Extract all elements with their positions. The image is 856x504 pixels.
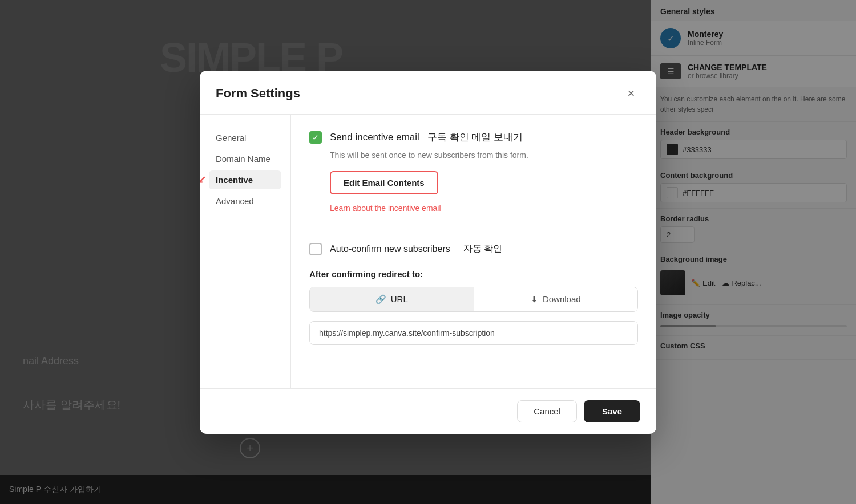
autoconfirm-korean: 자동 확인 [458,243,502,255]
link-icon: 🔗 [375,294,386,304]
send-incentive-label: Send incentive email [330,132,419,143]
form-settings-modal: Form Settings × General Domain Name ↙ In… [200,71,656,434]
divider [309,229,638,229]
incentive-desc: This will be sent once to new subscriber… [330,151,638,160]
nav-item-general[interactable]: General [209,128,281,147]
modal-overlay[interactable]: Form Settings × General Domain Name ↙ In… [0,0,856,504]
modal-content: ✓ Send incentive email 구독 확인 메일 보내기 This… [291,115,656,388]
send-incentive-label-group: Send incentive email 구독 확인 메일 보내기 [330,131,523,144]
modal-body: General Domain Name ↙ Incentive Advanced… [200,115,656,388]
modal-close-button[interactable]: × [622,84,640,103]
nav-item-incentive[interactable]: ↙ Incentive [209,170,281,189]
modal-title: Form Settings [216,86,300,101]
nav-arrow: ↙ [200,173,206,186]
send-incentive-korean: 구독 확인 메일 보내기 [422,132,523,143]
modal-nav: General Domain Name ↙ Incentive Advanced [200,115,291,388]
send-incentive-checkbox[interactable]: ✓ [309,131,322,144]
save-button[interactable]: Save [584,400,640,422]
autoconfirm-row: Auto-confirm new subscribers 자동 확인 [309,243,638,255]
download-icon: ⬇ [531,294,538,304]
download-option[interactable]: ⬇ Download [474,287,638,311]
modal-footer: Cancel Save [200,388,656,434]
learn-incentive-link[interactable]: Learn about the incentive email [330,204,638,213]
autoconfirm-checkbox[interactable] [309,243,322,255]
modal-header: Form Settings × [200,71,656,115]
edit-email-button[interactable]: Edit Email Contents [330,171,438,194]
url-option[interactable]: 🔗 URL [310,287,474,311]
nav-item-advanced[interactable]: Advanced [209,192,281,210]
redirect-label: After confirming redirect to: [309,269,638,279]
url-input[interactable] [309,321,638,345]
send-incentive-row: ✓ Send incentive email 구독 확인 메일 보내기 [309,131,638,144]
nav-item-domain-name[interactable]: Domain Name [209,149,281,168]
cancel-button[interactable]: Cancel [517,400,577,422]
redirect-options: 🔗 URL ⬇ Download [309,287,638,312]
autoconfirm-label: Auto-confirm new subscribers [330,244,450,254]
